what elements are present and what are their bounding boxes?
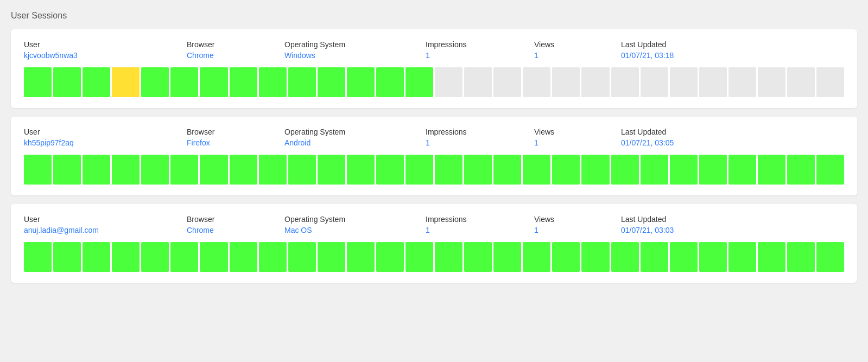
- os-value[interactable]: Mac OS: [284, 226, 426, 234]
- timeline-cell: [581, 67, 609, 97]
- meta-group-user: Useranuj.ladia@gmail.com: [24, 215, 187, 234]
- timeline-cell: [728, 155, 756, 185]
- timeline-cell: [83, 242, 110, 272]
- browser-label: Browser: [187, 128, 284, 136]
- timeline-cell: [53, 155, 81, 185]
- session-card: Userkjcvoobw5nwa3BrowserChromeOperating …: [11, 29, 857, 108]
- impressions-value[interactable]: 1: [426, 138, 534, 147]
- timeline-cell: [347, 155, 375, 185]
- timeline-cell: [83, 155, 110, 185]
- timeline-cell: [83, 67, 110, 97]
- timeline-cell: [787, 155, 815, 185]
- os-value[interactable]: Android: [284, 138, 426, 147]
- timeline-cell: [170, 242, 198, 272]
- meta-group-last-updated: Last Updated01/07/21, 03:18: [621, 40, 844, 60]
- meta-group-last-updated: Last Updated01/07/21, 03:05: [621, 128, 844, 147]
- timeline-cell: [376, 242, 404, 272]
- timeline-cell: [376, 67, 404, 97]
- sessions-container: Userkjcvoobw5nwa3BrowserChromeOperating …: [11, 29, 857, 283]
- timeline-cell: [112, 67, 140, 97]
- timeline-cell: [347, 242, 375, 272]
- meta-group-impressions: Impressions1: [426, 215, 534, 234]
- meta-group-last-updated: Last Updated01/07/21, 03:03: [621, 215, 844, 234]
- timeline-cell: [523, 242, 550, 272]
- timeline-cell: [581, 242, 609, 272]
- timeline-grid: [24, 67, 844, 97]
- timeline-cell: [641, 67, 668, 97]
- last-updated-label: Last Updated: [621, 128, 844, 136]
- timeline-cell: [493, 67, 521, 97]
- timeline-cell: [435, 242, 462, 272]
- timeline-cell: [406, 155, 433, 185]
- timeline-cell: [523, 67, 550, 97]
- timeline-cell: [670, 155, 698, 185]
- timeline-cell: [230, 155, 257, 185]
- user-value[interactable]: kh55pip97f2aq: [24, 138, 187, 147]
- timeline-cell: [787, 67, 815, 97]
- timeline-cell: [670, 67, 698, 97]
- timeline-cell: [141, 155, 169, 185]
- timeline-grid: [24, 242, 844, 272]
- timeline-cell: [318, 67, 345, 97]
- timeline-cell: [376, 155, 404, 185]
- timeline-cell: [435, 155, 462, 185]
- timeline-cell: [493, 242, 521, 272]
- timeline-cell: [699, 67, 727, 97]
- impressions-value[interactable]: 1: [426, 226, 534, 234]
- timeline-cell: [464, 67, 492, 97]
- user-value[interactable]: anuj.ladia@gmail.com: [24, 226, 187, 234]
- timeline-cell: [347, 67, 375, 97]
- timeline-cell: [758, 242, 785, 272]
- timeline-cell: [200, 67, 227, 97]
- meta-group-user: Userkh55pip97f2aq: [24, 128, 187, 147]
- browser-value[interactable]: Chrome: [187, 226, 284, 234]
- timeline-cell: [728, 67, 756, 97]
- timeline-cell: [611, 67, 639, 97]
- timeline-cell: [787, 242, 815, 272]
- timeline-cell: [641, 242, 668, 272]
- timeline-cell: [230, 67, 257, 97]
- meta-group-browser: BrowserFirefox: [187, 128, 284, 147]
- timeline-cell: [288, 155, 316, 185]
- browser-label: Browser: [187, 40, 284, 49]
- timeline-cell: [200, 242, 227, 272]
- timeline-cell: [230, 242, 257, 272]
- timeline-cell: [552, 67, 580, 97]
- os-label: Operating System: [284, 40, 426, 49]
- last-updated-value[interactable]: 01/07/21, 03:05: [621, 138, 844, 147]
- impressions-value[interactable]: 1: [426, 51, 534, 60]
- views-value[interactable]: 1: [534, 226, 621, 234]
- views-value[interactable]: 1: [534, 51, 621, 60]
- timeline-cell: [493, 155, 521, 185]
- session-card: Useranuj.ladia@gmail.comBrowserChromeOpe…: [11, 204, 857, 283]
- user-value[interactable]: kjcvoobw5nwa3: [24, 51, 187, 60]
- timeline-cell: [581, 155, 609, 185]
- browser-value[interactable]: Chrome: [187, 51, 284, 60]
- os-label: Operating System: [284, 215, 426, 224]
- timeline-cell: [53, 67, 81, 97]
- timeline-cell: [288, 242, 316, 272]
- meta-group-views: Views1: [534, 215, 621, 234]
- os-value[interactable]: Windows: [284, 51, 426, 60]
- views-value[interactable]: 1: [534, 138, 621, 147]
- timeline-cell: [170, 155, 198, 185]
- timeline-cell: [259, 67, 287, 97]
- timeline-cell: [318, 155, 345, 185]
- meta-group-impressions: Impressions1: [426, 128, 534, 147]
- timeline-cell: [200, 155, 227, 185]
- timeline-cell: [112, 155, 140, 185]
- last-updated-value[interactable]: 01/07/21, 03:18: [621, 51, 844, 60]
- last-updated-value[interactable]: 01/07/21, 03:03: [621, 226, 844, 234]
- timeline-cell: [406, 242, 433, 272]
- timeline-cell: [523, 155, 550, 185]
- meta-group-browser: BrowserChrome: [187, 40, 284, 60]
- impressions-label: Impressions: [426, 215, 534, 224]
- meta-group-os: Operating SystemWindows: [284, 40, 426, 60]
- timeline-cell: [758, 67, 785, 97]
- session-card: Userkh55pip97f2aqBrowserFirefoxOperating…: [11, 117, 857, 195]
- browser-value[interactable]: Firefox: [187, 138, 284, 147]
- timeline-cell: [24, 155, 52, 185]
- last-updated-label: Last Updated: [621, 40, 844, 49]
- views-label: Views: [534, 40, 621, 49]
- timeline-cell: [699, 242, 727, 272]
